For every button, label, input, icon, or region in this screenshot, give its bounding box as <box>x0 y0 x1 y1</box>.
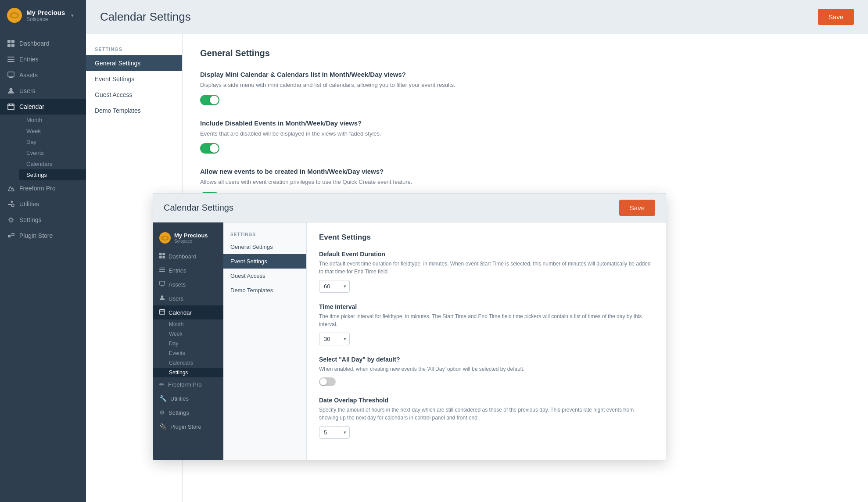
overlay-brand-sub: Solspace <box>174 239 208 244</box>
sidebar-item-label: Dashboard <box>19 40 50 47</box>
setting-desc: Allows all users with event creation pri… <box>200 178 850 186</box>
setting-label: Select "All Day" by default? <box>319 356 653 363</box>
sidebar-item-users[interactable]: Users <box>0 83 86 99</box>
setting-desc: Displays a side menu with mini calendar … <box>200 81 850 90</box>
overlay-nav-label: Entries <box>169 267 186 274</box>
brand-logo <box>7 8 22 23</box>
select-wrap: 60 30 90 120 ▾ <box>319 280 350 293</box>
main-sidebar: My Precious Solspace ▾ Dashboard Entries <box>0 0 86 502</box>
sidebar-item-plugin-store[interactable]: Plugin Store <box>0 228 86 244</box>
overlay-nav-label: Assets <box>169 281 186 288</box>
overlay-nav-users[interactable]: Users <box>153 291 223 305</box>
brand-name: My Precious <box>26 9 65 16</box>
overlay-nav-week[interactable]: Week <box>153 329 223 339</box>
svg-rect-3 <box>11 40 14 43</box>
toggle-all-day[interactable] <box>319 377 336 386</box>
overlay-nav-assets[interactable]: Assets <box>153 277 223 291</box>
dashboard-icon <box>159 253 165 260</box>
sidebar-item-freeform[interactable]: Freeform Pro <box>0 180 86 196</box>
overlay-settings-demo[interactable]: Demo Templates <box>223 283 306 298</box>
sidebar-item-utilities[interactable]: Utilities <box>0 196 86 212</box>
overlay-nav-utilities[interactable]: 🔧 Utilities <box>153 391 223 405</box>
dashboard-icon <box>7 39 15 47</box>
general-settings-title: General Settings <box>200 48 850 58</box>
sidebar-item-label: Plugin Store <box>19 232 53 239</box>
svg-point-18 <box>10 219 12 221</box>
overlay-settings-event[interactable]: Event Settings <box>223 254 306 269</box>
setting-desc: Specify the amount of hours in the next … <box>319 406 653 422</box>
setting-mini-calendar: Display Mini Calendar & Calendars list i… <box>200 71 850 105</box>
svg-rect-33 <box>160 310 165 315</box>
duration-select[interactable]: 60 30 90 120 <box>319 280 350 293</box>
plugin-icon: 🔌 <box>159 423 167 430</box>
svg-rect-29 <box>159 271 165 272</box>
overlay-nav-label: Settings <box>169 409 189 416</box>
sidebar-item-label: Assets <box>19 72 38 79</box>
sidebar-item-assets[interactable]: Assets <box>0 67 86 83</box>
overlay-brand-logo <box>159 232 171 244</box>
threshold-select[interactable]: 5 1 2 3 4 6 <box>319 426 350 439</box>
svg-rect-26 <box>162 256 165 258</box>
svg-rect-31 <box>160 286 164 287</box>
overlay-nav-day[interactable]: Day <box>153 339 223 348</box>
overlay-nav-events[interactable]: Events <box>153 348 223 358</box>
settings-nav-event[interactable]: Event Settings <box>86 71 182 87</box>
assets-icon <box>159 281 165 288</box>
overlay-nav-freeform[interactable]: ✏ Freeform Pro <box>153 377 223 391</box>
setting-default-duration: Default Event Duration The default event… <box>319 251 653 293</box>
settings-icon: ⚙ <box>159 409 165 416</box>
sidebar-item-week[interactable]: Week <box>19 126 86 136</box>
calendar-icon <box>159 309 165 316</box>
toggle-disabled-events[interactable] <box>200 143 219 154</box>
svg-rect-4 <box>7 44 11 47</box>
overlay-nav-calendar[interactable]: Calendar <box>153 305 223 319</box>
sidebar-item-label: Freeform Pro <box>19 185 55 192</box>
freeform-icon: ✏ <box>159 381 165 388</box>
brand: My Precious Solspace ▾ <box>0 0 86 31</box>
svg-rect-19 <box>8 235 11 237</box>
overlay-body: My Precious Solspace Dashboard Entries <box>153 222 666 460</box>
toggle-wrapper <box>200 143 850 154</box>
overlay-nav-settings[interactable]: Settings <box>153 368 223 377</box>
sidebar-item-entries[interactable]: Entries <box>0 51 86 67</box>
overlay-save-button[interactable]: Save <box>619 200 655 216</box>
sidebar-item-calendar[interactable]: Calendar <box>0 99 86 115</box>
save-button[interactable]: Save <box>818 9 854 25</box>
sidebar-item-month[interactable]: Month <box>19 115 86 126</box>
sidebar-item-label: Settings <box>19 216 42 223</box>
sidebar-item-calendars[interactable]: Calendars <box>19 158 86 169</box>
sidebar-item-settings[interactable]: Settings <box>19 169 86 180</box>
overlay-nav-month[interactable]: Month <box>153 319 223 329</box>
svg-point-17 <box>11 204 14 207</box>
settings-section-label: SETTINGS <box>86 43 182 55</box>
svg-rect-23 <box>159 253 162 255</box>
setting-all-day: Select "All Day" by default? When enable… <box>319 356 653 386</box>
overlay-nav-plugin-store[interactable]: 🔌 Plugin Store <box>153 420 223 434</box>
setting-desc: Events that are disabled will be display… <box>200 129 850 138</box>
entries-icon <box>7 55 15 63</box>
users-icon <box>159 295 165 302</box>
overlay-event-content: Event Settings Default Event Duration Th… <box>307 222 666 460</box>
interval-select[interactable]: 30 15 60 <box>319 333 350 345</box>
settings-nav-demo[interactable]: Demo Templates <box>86 103 182 118</box>
overlay-nav-calendars[interactable]: Calendars <box>153 358 223 368</box>
overlay-title: Calendar Settings <box>164 203 233 213</box>
sidebar-item-settings[interactable]: Settings <box>0 212 86 228</box>
setting-label: Date Overlap Threshold <box>319 397 653 404</box>
svg-rect-28 <box>159 269 165 270</box>
sidebar-item-day[interactable]: Day <box>19 136 86 147</box>
overlay-settings-guest[interactable]: Guest Access <box>223 269 306 283</box>
setting-disabled-events: Include Disabled Events in Month/Week/Da… <box>200 119 850 154</box>
overlay-window: Calendar Settings Save My Precious Solsp… <box>153 193 666 460</box>
overlay-settings-label: SETTINGS <box>223 229 306 240</box>
overlay-nav-settings-main[interactable]: ⚙ Settings <box>153 405 223 420</box>
sidebar-item-dashboard[interactable]: Dashboard <box>0 36 86 51</box>
overlay-nav-dashboard[interactable]: Dashboard <box>153 249 223 263</box>
overlay-nav-entries[interactable]: Entries <box>153 263 223 277</box>
settings-nav-guest[interactable]: Guest Access <box>86 87 182 103</box>
sidebar-item-events[interactable]: Events <box>19 147 86 158</box>
toggle-mini-calendar[interactable] <box>200 95 219 105</box>
settings-nav-general[interactable]: General Settings <box>86 55 182 71</box>
overlay-settings-general[interactable]: General Settings <box>223 240 306 254</box>
overlay-nav-label: Freeform Pro <box>168 381 202 388</box>
